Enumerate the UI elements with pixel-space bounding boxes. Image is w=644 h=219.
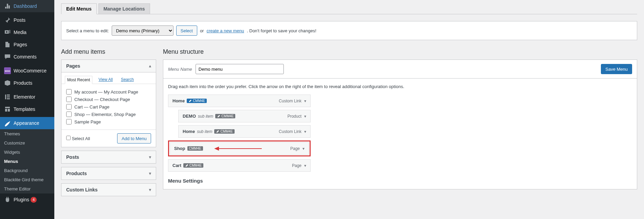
submenu-menus[interactable]: Menus — [0, 157, 54, 166]
sub-item-label: sub item — [197, 129, 212, 134]
select-all[interactable]: Select All — [66, 136, 90, 141]
page-checkbox-item[interactable]: Cart — Cart Page — [66, 103, 151, 111]
accordion-label: Custom Links — [66, 187, 98, 192]
pin-icon — [4, 17, 11, 23]
submenu-theme-editor[interactable]: Theme Editor — [0, 184, 54, 193]
submenu-widgets[interactable]: Widgets — [0, 148, 54, 157]
cmm-badge[interactable]: CMM4E — [183, 163, 203, 168]
sidebar-label: Appearance — [14, 120, 39, 126]
main-content: Edit Menus Manage Locations Select a men… — [54, 0, 644, 219]
accordion-pages: Pages ▴ Most Recent View All Search My a… — [61, 60, 156, 147]
submenu-blacklite[interactable]: Blacklite Gird theme — [0, 175, 54, 184]
sidebar-item-elementor[interactable]: Elementor — [0, 91, 54, 103]
accordion-custom-links: Custom Links ▾ — [61, 183, 156, 196]
checkbox[interactable] — [66, 89, 72, 95]
cmm-badge[interactable]: CMM4E — [214, 129, 234, 134]
submenu-background[interactable]: Background — [0, 166, 54, 175]
select-button[interactable]: Select — [176, 26, 197, 36]
page-checkbox-item[interactable]: My account — My Account Page — [66, 88, 151, 96]
accordion-label: Products — [66, 171, 87, 176]
chevron-down-icon[interactable]: ▾ — [304, 129, 306, 134]
or-text: or — [200, 28, 204, 33]
menu-name-input[interactable] — [196, 64, 284, 74]
menu-item-type: Custom Link — [279, 129, 301, 134]
cmm-badge[interactable]: CMM4E — [187, 146, 203, 151]
save-menu-button[interactable]: Save Menu — [601, 64, 632, 74]
sub-item-label: sub item — [198, 114, 213, 119]
pencil-icon — [188, 99, 192, 103]
woo-icon: woo — [4, 67, 11, 74]
sidebar-item-posts[interactable]: Posts — [0, 14, 54, 26]
menu-item-type: Custom Link — [279, 99, 301, 103]
cmm-badge[interactable]: CMM4E — [187, 99, 207, 103]
chevron-down-icon[interactable]: ▾ — [304, 163, 306, 168]
sidebar-item-pages[interactable]: Pages — [0, 38, 54, 51]
page-label: Cart — Cart Page — [74, 104, 109, 110]
accordion-pages-header[interactable]: Pages ▴ — [61, 60, 156, 72]
menu-structure-title: Menu structure — [163, 48, 637, 55]
menu-select[interactable]: Demo menu (Primary) — [112, 26, 173, 36]
accordion-posts: Posts ▾ — [61, 151, 156, 164]
accordion-posts-header[interactable]: Posts ▾ — [61, 151, 156, 163]
sidebar-item-appearance[interactable]: Appearance — [0, 117, 54, 129]
sidebar-item-templates[interactable]: Templates — [0, 103, 54, 115]
tab-most-recent[interactable]: Most Recent — [65, 76, 92, 84]
chevron-down-icon[interactable]: ▾ — [304, 99, 306, 103]
sidebar-item-plugins[interactable]: Plugins4 — [0, 193, 54, 206]
sidebar-item-woocommerce[interactable]: wooWooCommerce — [0, 65, 54, 77]
accordion-custom-links-header[interactable]: Custom Links ▾ — [61, 184, 156, 196]
page-label: Sample Page — [74, 119, 101, 124]
pages-checklist: My account — My Account Page Checkout — … — [61, 84, 156, 130]
chevron-down-icon[interactable]: ▾ — [304, 114, 306, 119]
plugins-badge: 4 — [31, 197, 37, 203]
sidebar-item-products[interactable]: Products — [0, 77, 54, 89]
menu-item-demo[interactable]: DEMO sub item CMM4E Product ▾ — [178, 110, 311, 122]
caret-down-icon: ▾ — [149, 171, 151, 176]
chevron-down-icon[interactable]: ▾ — [302, 146, 305, 151]
menu-items-list: Home CMM4E Custom Link ▾ DEMO sub item C… — [168, 95, 311, 172]
cmm-badge[interactable]: CMM4E — [215, 114, 235, 118]
sidebar-label: Templates — [14, 106, 35, 112]
svg-rect-1 — [7, 95, 10, 96]
add-items-title: Add menu items — [61, 48, 156, 55]
checkbox[interactable] — [66, 104, 72, 110]
menu-item-shop[interactable]: Shop CMM4E Page ▾ — [170, 142, 309, 155]
svg-rect-2 — [7, 97, 10, 98]
menu-item-title: Shop — [174, 146, 185, 151]
nav-tabs: Edit Menus Manage Locations — [61, 3, 637, 14]
submenu-customize[interactable]: Customize — [0, 138, 54, 148]
menu-item-home-sub[interactable]: Home sub item CMM4E Custom Link ▾ — [178, 125, 311, 138]
submenu-themes[interactable]: Themes — [0, 129, 54, 138]
add-to-menu-button[interactable]: Add to Menu — [117, 133, 151, 144]
menu-item-cart[interactable]: Cart CMM4E Page ▾ — [168, 159, 311, 172]
menu-select-bar: Select a menu to edit: Demo menu (Primar… — [61, 21, 637, 40]
sidebar-label: Pages — [14, 42, 27, 47]
sidebar-item-media[interactable]: Media — [0, 26, 54, 38]
create-menu-link[interactable]: create a new menu — [206, 28, 244, 33]
menu-item-title: Home — [172, 98, 185, 103]
menu-item-home[interactable]: Home CMM4E Custom Link ▾ — [168, 95, 311, 107]
page-checkbox-item[interactable]: Checkout — Checkout Page — [66, 96, 151, 103]
tab-edit-menus[interactable]: Edit Menus — [61, 3, 97, 14]
svg-marker-5 — [214, 147, 219, 151]
page-checkbox-item[interactable]: Shop — Elementor, Shop Page — [66, 111, 151, 118]
tab-view-all[interactable]: View All — [96, 76, 115, 84]
tab-search[interactable]: Search — [119, 76, 136, 84]
checkbox[interactable] — [66, 112, 72, 117]
plugins-icon — [4, 196, 11, 203]
svg-rect-3 — [7, 98, 10, 99]
sidebar-item-dashboard[interactable]: Dashboard — [0, 0, 54, 12]
admin-sidebar: Dashboard Posts Media Pages Comments woo… — [0, 0, 54, 219]
sidebar-item-comments[interactable]: Comments — [0, 51, 54, 63]
checkbox[interactable] — [66, 97, 72, 102]
select-all-checkbox[interactable] — [66, 136, 71, 140]
tab-manage-locations[interactable]: Manage Locations — [98, 3, 150, 14]
page-checkbox-item[interactable]: Sample Page — [66, 118, 151, 125]
sidebar-label: Dashboard — [14, 3, 37, 9]
caret-down-icon: ▾ — [149, 155, 151, 159]
accordion-products-header[interactable]: Products ▾ — [61, 167, 156, 180]
accordion-label: Pages — [66, 63, 80, 69]
checkbox[interactable] — [66, 119, 72, 124]
page-label: Shop — Elementor, Shop Page — [74, 112, 136, 117]
accordion-products: Products ▾ — [61, 167, 156, 180]
